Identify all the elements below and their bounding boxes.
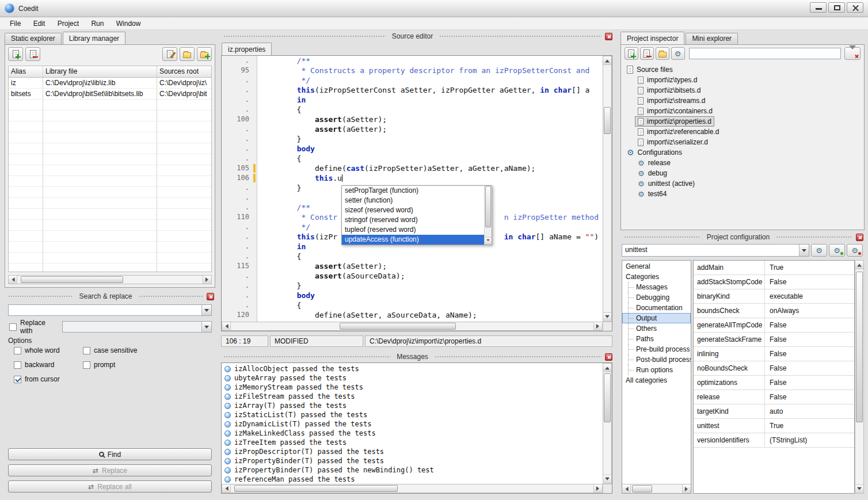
property-value[interactable]: False (765, 376, 854, 390)
remove-library-button[interactable] (25, 47, 40, 61)
property-value[interactable]: False (765, 275, 854, 289)
tab-mini-explorer[interactable]: Mini explorer (686, 33, 738, 44)
table-row[interactable]: bitsetsC:\Dev\dproj\bitSet\lib\bitsets.l… (9, 89, 211, 100)
scrollbar-track[interactable] (231, 484, 593, 493)
category-item[interactable]: Pre-build process (622, 344, 691, 354)
property-value[interactable]: False (765, 347, 854, 361)
scroll-down-button[interactable] (603, 312, 611, 321)
property-value[interactable]: (TStringList) (765, 433, 854, 447)
category-item[interactable]: Paths (622, 334, 691, 344)
scroll-left-button[interactable] (222, 484, 231, 493)
property-vscrollbar[interactable] (855, 260, 864, 494)
scroll-down-button[interactable] (603, 475, 611, 483)
replace-term-combo[interactable] (62, 321, 212, 333)
tree-node-source-files[interactable]: Source files (622, 64, 863, 75)
property-value[interactable]: onAlways (765, 304, 854, 318)
minimize-button[interactable] (810, 2, 827, 13)
checkbox-box[interactable] (14, 361, 21, 369)
category-item[interactable]: Post-build process (622, 354, 691, 365)
option-from-cursor[interactable]: from cursor (14, 375, 83, 383)
option-case-sensitive[interactable]: case sensitive (83, 346, 204, 354)
completion-item[interactable]: tupleof (reserved word) (342, 225, 484, 235)
messages-hscrollbar[interactable] (222, 484, 603, 493)
message-row[interactable]: izPropertyBinder(T) passed the newBindin… (222, 465, 603, 475)
completion-item[interactable]: sizeof (reserved word) (342, 205, 484, 215)
select-sources-root-button[interactable] (197, 47, 212, 61)
add-library-button[interactable] (8, 47, 23, 61)
scrollbar-thumb[interactable] (604, 373, 611, 422)
config-add-button[interactable]: ⚙ (829, 244, 845, 257)
completion-scrollbar[interactable] (484, 186, 492, 245)
scrollbar-thumb[interactable] (632, 485, 653, 493)
line-number-gutter[interactable]: .95....100....105106...110....115....120 (222, 56, 257, 322)
category-item[interactable]: Others (622, 323, 691, 334)
messages-vscrollbar[interactable] (603, 363, 612, 484)
tree-item-file[interactable]: import\iz\types.d (635, 75, 700, 85)
dropdown-arrow-icon[interactable] (201, 305, 211, 315)
scrollbar-track[interactable] (603, 372, 611, 475)
message-row[interactable]: izAllocObject passed the tests (222, 364, 603, 373)
tree-item-file[interactable]: import\iz\referencable.d (635, 127, 722, 137)
category-item[interactable]: Output (622, 313, 691, 323)
window-titlebar[interactable]: Coedit (0, 0, 868, 17)
configuration-combo[interactable]: unittest (622, 244, 809, 257)
property-value[interactable]: executable (765, 289, 854, 303)
option-backward[interactable]: backward (14, 361, 83, 369)
category-item[interactable]: All categories (622, 375, 691, 386)
tab-project-inspector[interactable]: Project inspector (620, 32, 684, 44)
dropdown-arrow-icon[interactable] (201, 322, 211, 332)
maximize-button[interactable] (828, 2, 845, 13)
close-search-panel-button[interactable] (207, 293, 214, 300)
scroll-right-button[interactable] (682, 484, 691, 493)
scrollbar-track[interactable] (231, 322, 593, 330)
tree-item-config[interactable]: ⚙test64 (635, 189, 669, 199)
menu-project[interactable]: Project (52, 17, 84, 30)
tree-item-file[interactable]: import\iz\bitsets.d (635, 85, 703, 96)
scrollbar-thumb[interactable] (340, 323, 456, 330)
message-row[interactable]: ubyteArray passed the tests (222, 373, 603, 383)
scroll-right-button[interactable] (203, 276, 211, 284)
scrollbar-track[interactable] (17, 276, 203, 284)
scroll-up-button[interactable] (855, 261, 863, 269)
property-value[interactable]: False (765, 318, 854, 332)
close-messages-panel-button[interactable] (605, 353, 612, 361)
tab-iz-properties[interactable]: iz.properties (222, 43, 272, 55)
menu-file[interactable]: File (5, 17, 26, 30)
select-library-file-button[interactable] (180, 47, 195, 61)
message-row[interactable]: izMakeLinkedClass passed the tests (222, 429, 603, 438)
table-row[interactable]: izC:\Dev\dproj\iz\lib\iz.libC:\Dev\dproj… (9, 78, 211, 89)
checkbox-box[interactable] (83, 361, 90, 369)
replace-button[interactable]: ⇄ Replace (8, 464, 212, 476)
category-item[interactable]: Documentation (622, 303, 691, 313)
replace-with-option[interactable]: Replace with (9, 323, 59, 331)
find-button[interactable]: Find (8, 448, 212, 460)
message-row[interactable]: izArray(T) passed the tests (222, 401, 603, 410)
property-value[interactable]: True (765, 419, 854, 433)
scroll-left-button[interactable] (9, 276, 17, 284)
scroll-up-button[interactable] (603, 56, 611, 65)
category-item[interactable]: Run options (622, 365, 691, 375)
option-whole-word[interactable]: whole word (14, 346, 83, 354)
replace-all-button[interactable]: ⇄ Replace all (8, 480, 212, 493)
column-sources-root[interactable]: Sources root (157, 66, 211, 77)
property-value[interactable]: False (765, 390, 854, 404)
scrollbar-thumb[interactable] (234, 485, 398, 492)
clear-filter-button[interactable] (844, 47, 861, 60)
scrollbar-track[interactable] (631, 484, 682, 493)
message-row[interactable]: referenceMan passed the tests (222, 475, 603, 484)
message-row[interactable]: izStaticList(T) passed the tests (222, 410, 603, 419)
editor-vscrollbar[interactable] (603, 56, 612, 322)
message-row[interactable]: izPropertyBinder(T) passed the tests (222, 456, 603, 465)
dropdown-arrow-icon[interactable] (799, 245, 809, 256)
scroll-left-button[interactable] (222, 322, 231, 330)
scroll-right-button[interactable] (593, 322, 602, 330)
scroll-down-button[interactable] (485, 237, 492, 245)
checkbox-box[interactable] (14, 347, 21, 354)
edit-alias-button[interactable] (162, 47, 177, 61)
category-item[interactable]: Categories (622, 272, 691, 282)
add-folder-button[interactable] (656, 47, 669, 60)
menu-window[interactable]: Window (111, 17, 146, 30)
remove-file-button[interactable] (640, 47, 654, 60)
tree-item-file[interactable]: import\iz\containers.d (635, 106, 715, 116)
library-hscrollbar[interactable] (8, 275, 212, 284)
